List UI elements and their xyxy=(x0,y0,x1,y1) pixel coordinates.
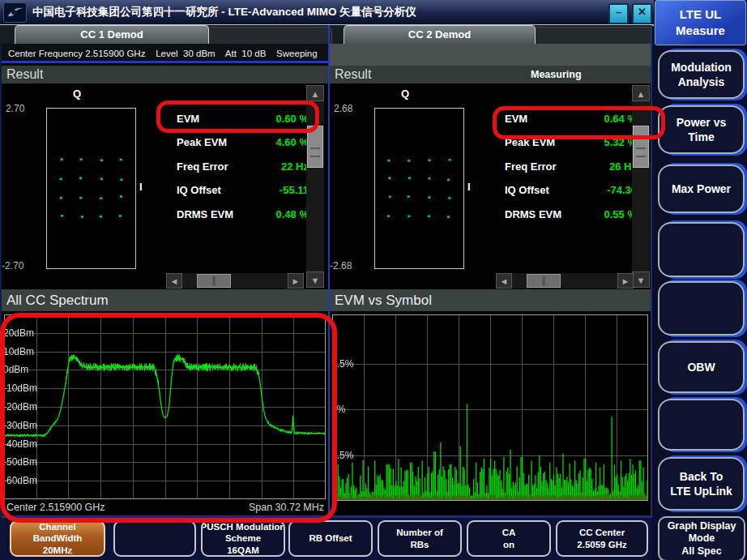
sidebar-header-line: Measure xyxy=(655,23,745,39)
bottom-button-rb-offset[interactable]: RB Offset xyxy=(288,520,373,557)
cc1-evm-row: EVM 0.60 % xyxy=(177,108,309,129)
measurement-label: IQ Offset xyxy=(505,184,549,196)
cc2-axis-min: -2.68 xyxy=(330,260,352,271)
close-button[interactable]: ✕ xyxy=(632,3,652,24)
scrollbar-thumb[interactable]: ║ xyxy=(527,274,561,288)
bottom-button-empty[interactable] xyxy=(113,520,196,557)
scrollbar-thumb[interactable] xyxy=(307,126,323,168)
sidebar-button-back-to-lte-uplink[interactable]: Back To LTE UpLink xyxy=(658,457,745,511)
button-line: PUSCH Modulation xyxy=(201,521,285,532)
y-tick-label: -30dBm xyxy=(3,420,37,431)
tab-strip: CC 1 Demod CC 2 Demod xyxy=(0,25,652,44)
spectrum-panel-title: All CC Spectrum xyxy=(2,289,328,311)
tab-cc2-demod[interactable]: CC 2 Demod xyxy=(344,25,536,44)
tab-ghost-right xyxy=(529,27,652,45)
cc2-result-label: Result xyxy=(335,67,371,81)
y-tick-label: 7.5% xyxy=(331,358,353,370)
scrollbar-track[interactable] xyxy=(306,101,324,271)
cc2-q-axis-label: Q xyxy=(401,88,409,100)
analyzer-window: 中国电子科技集团公司第四十一研究所 - LTE-Advanced MIMO 矢量… xyxy=(0,0,747,560)
bottom-button-pusch-modulation-scheme[interactable]: PUSCH Modulation Scheme 16QAM xyxy=(201,520,285,557)
cc1-result-panel: Q 2.70 -2.70 I EVM 0.60 % Peak EVM 4.60 … xyxy=(2,83,328,289)
cc2-vertical-scrollbar[interactable]: ▲ ▼ xyxy=(632,85,650,288)
y-tick-label: 20dBm xyxy=(3,327,34,339)
cc1-freq-error-row: Freq Error 22 Hz xyxy=(177,156,309,177)
scroll-up-icon[interactable]: ▲ xyxy=(306,85,324,101)
scroll-right-icon[interactable]: ► xyxy=(617,273,634,289)
scroll-down-icon[interactable]: ▼ xyxy=(306,271,324,288)
button-line: Power vs xyxy=(677,115,726,130)
button-line: on xyxy=(503,539,514,550)
sidebar-button-obw[interactable]: OBW xyxy=(658,341,745,393)
bottom-button-ca[interactable]: CA on xyxy=(467,520,551,557)
measurement-label: IQ Offset xyxy=(177,184,221,196)
cc2-horizontal-scrollbar[interactable]: ◄ ║ ► xyxy=(496,273,634,289)
scrollbar-thumb[interactable]: ║ xyxy=(197,274,231,288)
scroll-down-icon[interactable]: ▼ xyxy=(632,271,650,288)
scrollbar-track[interactable] xyxy=(632,101,650,271)
measurement-label: Freq Error xyxy=(177,160,228,173)
cc1-constellation-plot xyxy=(46,108,136,269)
sidebar-button-max-power[interactable]: Max Power xyxy=(658,165,745,213)
bottom-button-channel-bandwidth[interactable]: Channel BandWidth 20MHz xyxy=(10,520,105,557)
y-tick-label: -20dBm xyxy=(3,401,37,413)
button-line: Number of xyxy=(396,527,443,538)
scrollbar-track[interactable]: ║ xyxy=(182,273,288,289)
y-tick-label: 0dBm xyxy=(3,364,28,375)
spectrum-span-label: Span 30.72 MHz xyxy=(249,502,324,513)
window-edge-left xyxy=(0,44,2,518)
scroll-right-icon[interactable]: ► xyxy=(288,273,304,289)
settings-info-bar: Center Frequency 2.515900 GHz Level 30 d… xyxy=(2,44,328,63)
measurement-value: 0.60 % xyxy=(276,113,309,125)
cc2-axis-max: 2.68 xyxy=(334,103,352,114)
button-line: All Spec xyxy=(681,545,721,558)
sidebar-button-power-vs-time[interactable]: Power vs Time xyxy=(658,105,745,154)
scrollbar-thumb[interactable] xyxy=(633,126,649,168)
cc2-peak-evm-row: Peak EVM 5.32 % xyxy=(505,131,637,152)
measurement-value: 0.48 % xyxy=(276,208,309,220)
button-line: BandWidth xyxy=(33,532,83,544)
scroll-up-icon[interactable]: ▲ xyxy=(632,85,650,101)
button-line: Max Power xyxy=(672,182,731,196)
spectrum-center-label: Center 2.515900 GHz xyxy=(6,502,105,513)
y-tick-label: 2.5% xyxy=(331,450,353,461)
measurement-value: 4.60 % xyxy=(276,136,309,148)
cc1-axis-max: 2.70 xyxy=(6,103,24,114)
sidebar-button-empty-2[interactable] xyxy=(658,281,745,336)
window-edge-right xyxy=(651,25,652,518)
scroll-left-icon[interactable]: ◄ xyxy=(166,273,182,289)
button-line: Time xyxy=(688,130,714,144)
button-line: 2.5059 GHz xyxy=(577,539,626,550)
cc1-horizontal-scrollbar[interactable]: ◄ ║ ► xyxy=(166,273,304,289)
cc2-result-panel: Q 2.68 -2.68 I EVM 0.64 % Peak EVM 5.32 … xyxy=(330,83,651,289)
measurement-label: EVM xyxy=(505,113,527,125)
cc1-vertical-scrollbar[interactable]: ▲ ▼ xyxy=(306,85,324,288)
button-line: 16QAM xyxy=(227,545,259,556)
title-bar: 中国电子科技集团公司第四十一研究所 - LTE-Advanced MIMO 矢量… xyxy=(0,0,654,26)
measurement-label: Freq Error xyxy=(505,160,557,173)
minimize-button[interactable]: – xyxy=(608,3,629,24)
window-title: 中国电子科技集团公司第四十一研究所 - LTE-Advanced MIMO 矢量… xyxy=(32,5,416,19)
sidebar-button-empty-1[interactable] xyxy=(658,222,745,277)
scrollbar-track[interactable]: ║ xyxy=(512,273,617,289)
pane-separator xyxy=(328,25,330,518)
y-tick-label: -50dBm xyxy=(3,456,37,468)
y-tick-label: 5% xyxy=(331,404,345,415)
scroll-left-icon[interactable]: ◄ xyxy=(496,273,512,289)
button-line: 20MHz xyxy=(43,545,72,556)
y-tick-label: -60dBm xyxy=(3,475,37,486)
bottom-button-number-of-rbs[interactable]: Number of RBs xyxy=(378,520,462,557)
y-tick-label: -40dBm xyxy=(3,438,37,450)
evm-vs-symbol-plot: 7.5%5%2.5% xyxy=(330,311,651,515)
sidebar-button-modulation-analysis[interactable]: Modulation Analysis xyxy=(658,50,745,99)
measuring-status: Measuring xyxy=(531,66,582,83)
sidebar-button-empty-3[interactable] xyxy=(658,399,745,451)
graph-display-mode-button[interactable]: Graph Display Mode All Spec xyxy=(658,516,745,560)
button-line: Back To xyxy=(680,469,723,484)
tab-ghost-left xyxy=(203,27,332,45)
tab-cc1-demod[interactable]: CC 1 Demod xyxy=(15,25,209,44)
bottom-softkey-bar: Channel BandWidth 20MHz PUSCH Modulation… xyxy=(0,518,652,560)
cc2-i-axis-label: I xyxy=(467,181,471,193)
button-line: Analysis xyxy=(678,75,725,89)
bottom-button-cc-center[interactable]: CC Center 2.5059 GHz xyxy=(556,520,648,557)
